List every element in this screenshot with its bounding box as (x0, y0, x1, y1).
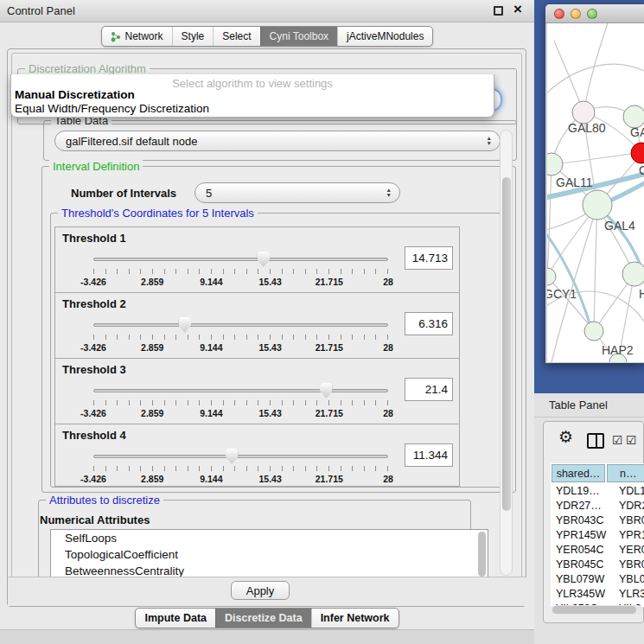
checkbox-checked-icon[interactable]: ☑ (612, 433, 623, 447)
control-panel: Control Panel × Network Style Sel (0, 0, 534, 644)
table-data-group: Table Data galFiltered.sif default node … (43, 120, 517, 161)
combo-stepper-icon: ▲▼ (386, 188, 392, 198)
threshold-3-slider[interactable]: -3.426 2.859 9.144 15.43 21.715 28 (93, 383, 388, 423)
table-row[interactable]: YBR043C YBR0 (551, 513, 644, 528)
number-of-intervals-label: Number of Intervals (71, 187, 176, 200)
close-traffic-light-icon[interactable] (554, 9, 564, 19)
table-horizontal-scrollbar[interactable] (552, 605, 643, 615)
zoom-traffic-light-icon[interactable] (587, 9, 597, 19)
list-item[interactable]: SelfLoops (51, 530, 488, 546)
threshold-4-value-field[interactable]: 11.344 (405, 443, 453, 467)
node-label-ga: GA (630, 125, 644, 139)
interval-definition-label: Interval Definition (49, 160, 143, 173)
slider-track (93, 455, 388, 458)
threshold-2-panel: Threshold 2 -3.426 2.859 9.144 15.43 21.… (54, 292, 460, 359)
bottom-tab-row: Impute Data Discretize Data Infer Networ… (0, 608, 534, 628)
threshold-2-title: Threshold 2 (62, 297, 126, 310)
gear-icon[interactable]: ⚙ (558, 427, 573, 447)
table-data-combo[interactable]: galFiltered.sif default node ▲▼ (54, 131, 501, 151)
list-item[interactable]: TopologicalCoefficient (51, 546, 488, 563)
threshold-1-panel: Threshold 1 -3.426 2.859 9.144 15.43 21.… (54, 226, 460, 293)
network-canvas[interactable]: GAL80 GA C GAL11 GAL4 GCY1 H HAP2 (547, 23, 644, 362)
panel-scrollbar-track[interactable] (500, 130, 513, 576)
option-manual-discretization[interactable]: Manual Discretization (15, 88, 135, 101)
table-row[interactable]: YBL079W YBL0 (551, 572, 644, 587)
tab-cyni-toolbox[interactable]: Cyni Toolbox (260, 27, 337, 46)
panel-scrollbar-thumb[interactable] (502, 177, 511, 511)
number-of-intervals-combo[interactable]: 5 ▲▼ (194, 182, 400, 203)
close-icon[interactable]: × (513, 1, 522, 18)
option-equal-width-frequency[interactable]: Equal Width/Frequency Discretization (15, 102, 209, 115)
columns-icon[interactable] (587, 433, 604, 449)
thresholds-group-label: Threshold's Coordinates for 5 Intervals (58, 207, 258, 220)
node-gal4 (583, 190, 612, 220)
tab-discretize-data[interactable]: Discretize Data (215, 609, 311, 628)
threshold-1-value-field[interactable]: 14.713 (405, 246, 453, 270)
node-label-gal11: GAL11 (556, 175, 593, 189)
node-label-gcy1: GCY1 (547, 287, 577, 301)
attributes-group-label: Attributes to discretize (46, 494, 163, 507)
node-h (622, 262, 644, 286)
tab-infer-network[interactable]: Infer Network (311, 609, 399, 628)
slider-thumb[interactable] (257, 252, 270, 267)
column-header-shared-name[interactable]: shared… (552, 464, 605, 482)
threshold-2-slider[interactable]: -3.426 2.859 9.144 15.43 21.715 28 (93, 317, 388, 357)
node-attribute-table[interactable]: shared… n… YDL19… YDL1 YDR27… YDR2 YBR04… (551, 463, 644, 607)
threshold-4-panel: Threshold 4 -3.426 2.859 9.144 15.43 21.… (54, 424, 460, 487)
node-label-h: H (639, 287, 644, 301)
numerical-attributes-heading: Numerical Attributes (40, 513, 150, 526)
columns-icon-divider (596, 435, 597, 447)
threshold-1-slider[interactable]: -3.426 2.859 9.144 15.43 21.715 28 (93, 252, 388, 291)
top-tab-row: Network Style Select Cyni Toolbox jActiv… (0, 26, 534, 47)
threshold-1-title: Threshold 1 (62, 232, 126, 245)
node-label-gal4: GAL4 (604, 219, 635, 233)
checkbox-checked-icon[interactable]: ☑ (626, 433, 637, 447)
top-tab-group: Network Style Select Cyni Toolbox jActiv… (101, 26, 434, 47)
threshold-4-slider[interactable]: -3.426 2.859 9.144 15.43 21.715 28 (93, 449, 388, 488)
network-window-titlebar (545, 4, 644, 23)
tab-style[interactable]: Style (172, 27, 214, 46)
status-strip (0, 629, 534, 644)
slider-ticks (93, 400, 388, 405)
tab-select[interactable]: Select (213, 27, 259, 46)
slider-track (93, 323, 388, 327)
apply-bar: Apply (8, 577, 526, 606)
threshold-2-value-field[interactable]: 6.316 (405, 312, 453, 335)
float-window-icon[interactable] (494, 6, 503, 16)
attributes-list-scrollbar[interactable] (478, 532, 486, 577)
slider-ticks (93, 466, 388, 471)
table-row[interactable]: YPR145W YPR1 (551, 528, 644, 543)
node-gcy1 (547, 268, 556, 285)
slider-ticks (93, 269, 388, 274)
table-horizontal-scrollbar-thumb[interactable] (552, 606, 636, 614)
tab-impute-data[interactable]: Impute Data (136, 609, 215, 628)
table-panel-title: Table Panel (549, 393, 608, 418)
numerical-attributes-list[interactable]: SelfLoops TopologicalCoefficient Between… (50, 529, 488, 579)
control-panel-title: Control Panel (7, 0, 75, 22)
table-row[interactable]: YBR045C YBR0 (551, 558, 644, 572)
slider-track (93, 258, 388, 261)
slider-thumb[interactable] (178, 317, 191, 333)
threshold-3-title: Threshold 3 (62, 363, 126, 376)
bottom-tab-group: Impute Data Discretize Data Infer Networ… (135, 608, 399, 628)
algorithm-dropdown-popup: Select algorithm to view settings Manual… (10, 74, 494, 118)
tab-jactivemnodules[interactable]: jActiveMNodules (337, 27, 432, 46)
threshold-3-value-field[interactable]: 21.4 (405, 378, 453, 401)
minimize-traffic-light-icon[interactable] (571, 9, 581, 19)
threshold-3-panel: Threshold 3 -3.426 2.859 9.144 15.43 21.… (54, 358, 460, 424)
table-panel-titlebar: Table Panel (534, 393, 644, 418)
table-data-combo-value: galFiltered.sif default node (66, 135, 197, 148)
table-row[interactable]: YDR27… YDR2 (551, 499, 644, 513)
slider-thumb[interactable] (226, 449, 239, 464)
apply-button[interactable]: Apply (231, 581, 290, 600)
network-icon (111, 31, 121, 42)
node-hap2 (584, 322, 603, 341)
number-of-intervals-value: 5 (206, 187, 212, 200)
table-row[interactable]: YDL19… YDL1 (551, 484, 644, 499)
table-row[interactable]: YLR345W YLR3 (551, 587, 644, 602)
node-label-hap2: HAP2 (602, 343, 634, 357)
column-header-name[interactable]: n… (607, 464, 644, 482)
tab-network[interactable]: Network (102, 27, 172, 46)
slider-thumb[interactable] (320, 383, 333, 399)
table-row[interactable]: YER054C YER0 (551, 543, 644, 558)
